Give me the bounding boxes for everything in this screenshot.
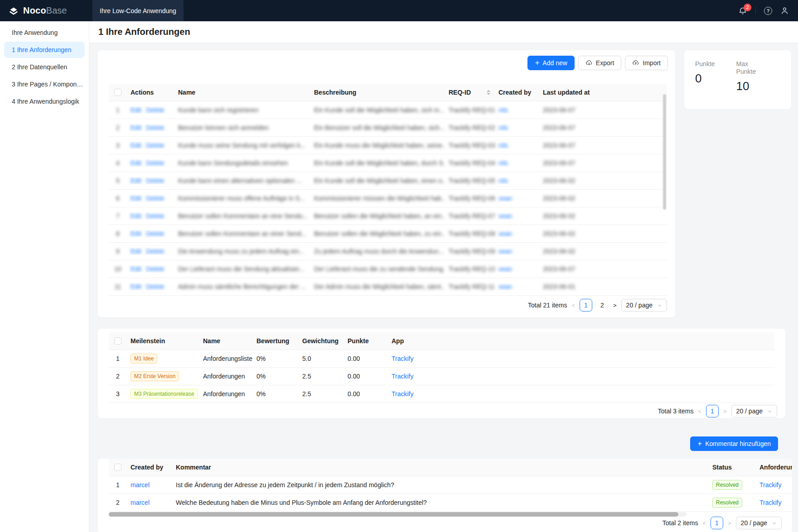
page-button-1[interactable]: 1: [580, 299, 592, 312]
app-link[interactable]: Trackify: [759, 481, 781, 489]
column-header-gewichtung[interactable]: Gewichtung: [299, 337, 344, 345]
edit-link[interactable]: Edit: [131, 283, 141, 290]
page-size-select[interactable]: 20 / page: [731, 405, 777, 417]
app-link[interactable]: Trackify: [759, 499, 781, 506]
app-link[interactable]: Trackify: [392, 355, 413, 362]
created-by-link[interactable]: nils: [498, 177, 508, 184]
select-all-checkbox[interactable]: [114, 464, 121, 471]
select-all-checkbox[interactable]: [114, 337, 121, 345]
column-header-anforderung[interactable]: Anforderung: [756, 464, 792, 471]
status-badge: Resolved: [712, 480, 742, 490]
edit-link[interactable]: Edit: [131, 106, 141, 114]
column-header-meilenstein[interactable]: Meilenstein: [127, 337, 199, 345]
edit-link[interactable]: Edit: [131, 212, 141, 220]
requirement-description: Benutzer sollen die Möglichkeit haben, a…: [310, 212, 445, 220]
export-button[interactable]: Export: [578, 56, 621, 70]
page-button-1[interactable]: 1: [706, 405, 719, 417]
sidebar-item[interactable]: 2 Ihre Datenquellen: [4, 59, 85, 75]
edit-link[interactable]: Edit: [131, 248, 141, 255]
delete-link[interactable]: Delete: [146, 230, 164, 237]
delete-link[interactable]: Delete: [146, 212, 164, 220]
prev-page-button[interactable]: <: [571, 302, 576, 309]
next-page-button[interactable]: >: [722, 408, 728, 415]
created-by-link[interactable]: sean: [498, 195, 512, 202]
page-size-select[interactable]: 20 / page: [621, 299, 667, 312]
column-header-punkte[interactable]: Punkte: [344, 337, 388, 345]
prev-page-button[interactable]: <: [701, 520, 707, 527]
created-by-link[interactable]: nils: [498, 124, 508, 131]
sidebar-item[interactable]: Ihre Anwendung: [4, 24, 85, 41]
edit-link[interactable]: Edit: [131, 159, 141, 167]
edit-link[interactable]: Edit: [131, 142, 141, 149]
created-by-link[interactable]: marcel: [131, 499, 150, 506]
edit-link[interactable]: Edit: [131, 177, 141, 184]
page-button-1[interactable]: 1: [711, 517, 723, 529]
delete-link[interactable]: Delete: [146, 142, 164, 149]
delete-link[interactable]: Delete: [146, 106, 164, 114]
sidebar-item[interactable]: 4 Ihre Anwendungslogik: [4, 93, 85, 110]
chevron-down-icon: [657, 302, 662, 308]
nocobase-logo[interactable]: NocoBase: [0, 5, 89, 16]
next-page-button[interactable]: >: [727, 520, 732, 527]
logo-text-base: Base: [46, 5, 67, 15]
edit-link[interactable]: Edit: [131, 124, 141, 131]
created-by-link[interactable]: sean: [498, 212, 512, 220]
column-header-last-updated[interactable]: Last updated at: [539, 89, 667, 96]
column-header-kommentar[interactable]: Kommentar: [172, 464, 709, 471]
import-button[interactable]: Import: [625, 56, 668, 70]
delete-link[interactable]: Delete: [146, 283, 164, 290]
horizontal-scrollbar-thumb[interactable]: [109, 512, 678, 517]
punkte-value: 0: [695, 72, 715, 86]
select-all-checkbox[interactable]: [114, 89, 121, 96]
help-icon[interactable]: ?: [764, 7, 772, 15]
delete-link[interactable]: Delete: [146, 124, 164, 131]
edit-link[interactable]: Edit: [131, 195, 141, 202]
edit-link[interactable]: Edit: [131, 230, 141, 237]
notification-bell-icon[interactable]: 2: [738, 6, 747, 15]
created-by-link[interactable]: sean: [498, 248, 512, 255]
chevron-down-icon: [767, 408, 772, 414]
user-icon[interactable]: [780, 6, 789, 15]
edit-link[interactable]: Edit: [131, 265, 141, 273]
row-index: 3: [109, 390, 127, 398]
created-by-link[interactable]: sean: [498, 265, 512, 273]
column-header-app[interactable]: App: [388, 337, 774, 345]
column-header-created-by[interactable]: Created by: [127, 464, 172, 471]
column-header-name[interactable]: Name: [174, 89, 310, 96]
created-by-link[interactable]: marcel: [131, 481, 150, 489]
delete-link[interactable]: Delete: [146, 195, 164, 202]
comments-card: Created by Kommentar Status Anforderung …: [98, 459, 792, 532]
column-header-name[interactable]: Name: [199, 337, 253, 345]
created-by-link[interactable]: nils: [498, 159, 508, 167]
delete-link[interactable]: Delete: [146, 265, 164, 273]
column-header-actions[interactable]: Actions: [127, 89, 174, 96]
page-button-2[interactable]: 2: [596, 299, 609, 312]
created-by-link[interactable]: sean: [498, 283, 512, 290]
sidebar-item[interactable]: 1 Ihre Anforderungen: [4, 42, 85, 58]
sidebar-item[interactable]: 3 Ihre Pages / Kompone...: [4, 76, 85, 92]
requirement-description: Ein Kunde soll die Möglichkeit haben, ei…: [310, 177, 445, 184]
sort-icon[interactable]: [487, 90, 490, 95]
app-link[interactable]: Trackify: [392, 390, 413, 398]
requirement-description: Ein Kunde muss die Möglichkeit haben, se…: [310, 142, 445, 149]
column-header-status[interactable]: Status: [709, 464, 756, 471]
column-header-created-by[interactable]: Created by: [495, 89, 539, 96]
next-page-button[interactable]: >: [612, 302, 618, 309]
app-link[interactable]: Trackify: [392, 373, 413, 380]
app-tab[interactable]: Ihre Low-Code Anwendung: [92, 0, 184, 21]
delete-link[interactable]: Delete: [146, 177, 164, 184]
delete-link[interactable]: Delete: [146, 159, 164, 167]
add-comment-button[interactable]: + Kommentar hinzufügen: [690, 436, 778, 451]
column-header-bewertung[interactable]: Bewertung: [253, 337, 299, 345]
created-by-link[interactable]: nils: [498, 106, 508, 114]
vertical-scrollbar-thumb[interactable]: [663, 94, 666, 210]
created-by-link[interactable]: nils: [498, 142, 508, 149]
page-size-select[interactable]: 20 / page: [736, 517, 782, 529]
column-header-beschreibung[interactable]: Beschreibung: [310, 89, 445, 96]
created-by-link[interactable]: sean: [498, 230, 512, 237]
row-index: 8: [109, 230, 127, 237]
column-header-req-id[interactable]: REQ-ID: [445, 89, 495, 96]
prev-page-button[interactable]: <: [697, 408, 702, 415]
delete-link[interactable]: Delete: [146, 248, 164, 255]
add-new-button[interactable]: + Add new: [527, 56, 574, 70]
